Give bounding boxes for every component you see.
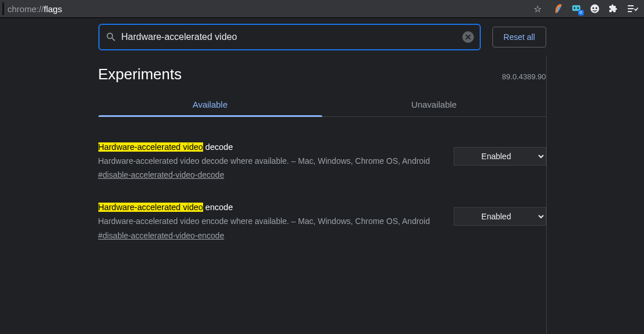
reset-all-button[interactable]: Reset all xyxy=(492,27,546,47)
flag-title: Hardware-accelerated video encode xyxy=(98,203,442,212)
version-label: 89.0.4389.90 xyxy=(502,72,546,81)
flag-title-highlight: Hardware-accelerated video xyxy=(98,142,203,152)
flag-row: Hardware-accelerated video encodeHardwar… xyxy=(98,196,546,256)
extension-icon-1[interactable] xyxy=(554,3,563,14)
bookmark-star-icon[interactable]: ☆ xyxy=(529,3,546,14)
flag-row: Hardware-accelerated video decodeHardwar… xyxy=(98,135,546,196)
svg-point-1 xyxy=(574,8,576,9)
clear-search-icon[interactable] xyxy=(462,31,474,43)
tab-unavailable[interactable]: Unavailable xyxy=(322,94,546,116)
extension-icon-2[interactable]: 0 xyxy=(571,3,582,14)
bookmark-pill: ☆ xyxy=(528,3,547,14)
flag-title-rest: decode xyxy=(203,142,233,152)
flag-title-highlight: Hardware-accelerated video xyxy=(98,203,203,212)
search-input[interactable] xyxy=(117,32,463,42)
search-box[interactable] xyxy=(98,24,481,50)
extensions-puzzle-icon[interactable] xyxy=(608,3,619,14)
tab-available[interactable]: Available xyxy=(98,94,322,116)
flag-state-select[interactable]: DefaultEnabledDisabled xyxy=(454,147,546,166)
tabs: Available Unavailable xyxy=(98,94,546,117)
flag-title-rest: encode xyxy=(203,203,233,212)
flag-info: Hardware-accelerated video decodeHardwar… xyxy=(98,142,442,179)
search-icon xyxy=(105,31,117,43)
flags-list: Hardware-accelerated video decodeHardwar… xyxy=(98,135,546,256)
flag-title: Hardware-accelerated video decode xyxy=(98,142,442,152)
page-title: Experiments xyxy=(98,65,182,83)
svg-point-5 xyxy=(595,8,597,9)
url-display[interactable]: chrome://flags xyxy=(8,4,62,14)
flag-description: Hardware-accelerated video decode where … xyxy=(98,155,442,167)
url-prefix: chrome:// xyxy=(8,4,44,14)
reading-list-icon[interactable] xyxy=(627,3,638,14)
svg-point-3 xyxy=(591,5,599,13)
flag-state-select[interactable]: DefaultEnabledDisabled xyxy=(454,207,546,226)
flag-description: Hardware-accelerated video encode where … xyxy=(98,215,442,227)
search-row: Reset all xyxy=(98,18,546,58)
url-path: flags xyxy=(44,4,62,14)
flag-anchor-link[interactable]: #disable-accelerated-video-decode xyxy=(98,170,225,179)
svg-point-4 xyxy=(593,8,594,9)
extension-icon-3[interactable] xyxy=(590,3,600,14)
extension-icons: 0 xyxy=(554,3,638,14)
flag-anchor-link[interactable]: #disable-accelerated-video-encode xyxy=(98,231,225,240)
flag-info: Hardware-accelerated video encodeHardwar… xyxy=(98,203,442,240)
extension-badge-count: 0 xyxy=(578,10,584,16)
tab-handle xyxy=(2,2,4,15)
svg-point-2 xyxy=(577,8,579,9)
title-row: Experiments 89.0.4389.90 xyxy=(98,58,546,94)
browser-omnibox: chrome://flags ☆ 0 xyxy=(0,0,644,18)
